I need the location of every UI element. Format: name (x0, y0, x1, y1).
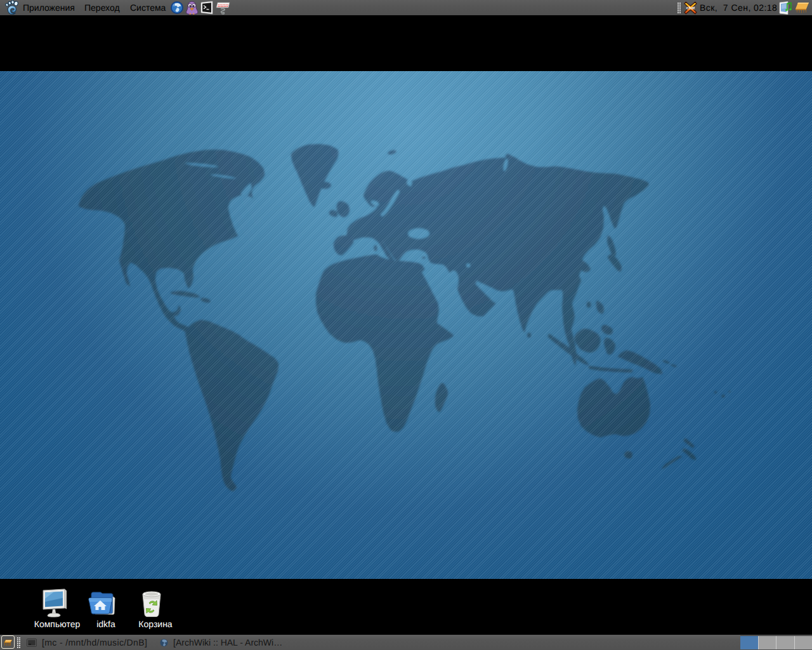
svg-text:chat: chat (686, 6, 695, 10)
